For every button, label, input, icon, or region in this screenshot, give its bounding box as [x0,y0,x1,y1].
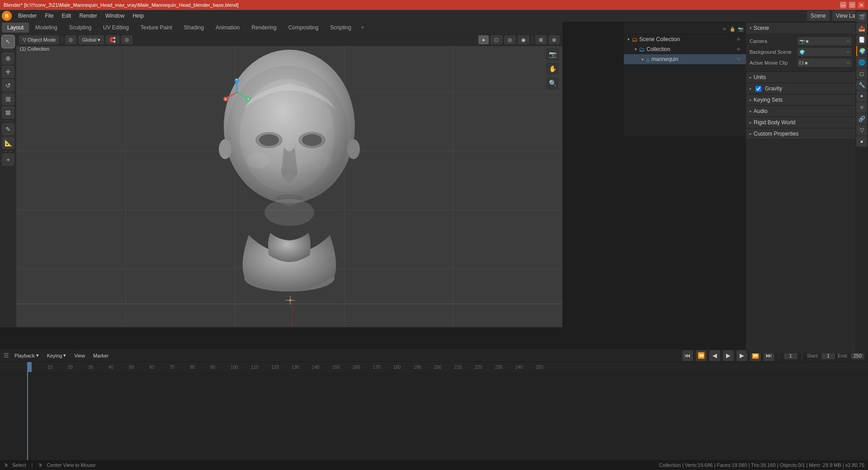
outliner-item-scene-collection[interactable]: ▾ 🗂 Scene Collection 👁 [624,34,746,44]
background-scene-value[interactable]: 🌍 ✏ [797,48,852,56]
tab-modeling[interactable]: Modeling [30,23,63,33]
timeline-view-menu[interactable]: View [71,352,88,359]
units-arrow-icon: ▸ [750,75,752,80]
outliner-sel-icon[interactable]: 🔒 [730,27,735,32]
menu-render[interactable]: Render [75,11,100,21]
props-physics-button[interactable]: ⚛ [856,102,867,113]
tab-rendering[interactable]: Rendering [246,23,282,33]
props-world-button[interactable]: 🌐 [856,57,867,68]
jump-back-button[interactable]: ⏪ [696,350,707,361]
gizmo-button[interactable]: ⊗ [548,35,560,44]
global-button[interactable]: Global ▾ [78,35,104,44]
tool-transform[interactable]: ⊠ [2,106,14,119]
custom-props-section-header[interactable]: ▸ Custom Properties [746,128,855,139]
tab-shading[interactable]: Shading [179,23,209,33]
outliner-item-collection[interactable]: ▾ 🗂 Collection 👁 [624,44,746,54]
tool-move[interactable]: ✛ [2,66,14,78]
tool-cursor[interactable]: ⊕ [2,52,14,65]
props-data-button[interactable]: ▽ [856,125,867,136]
tab-uv-editing[interactable]: UV Editing [98,23,134,33]
props-output-button[interactable]: 📤 [856,23,867,34]
timeline-keying-menu[interactable]: Keying ▾ [44,352,69,359]
viewport-search-button[interactable]: 🔍 [546,77,559,89]
audio-section-header[interactable]: ▸ Audio [746,106,855,117]
camera-row: Camera 📷 ■ ✏ [750,36,852,46]
props-scene-button[interactable]: 🌍 [856,46,867,56]
status-center: Center View to Mouse [47,462,95,468]
props-particles-button[interactable]: ✦ [856,91,867,102]
viewport-shading-render[interactable]: ◎ [504,35,516,44]
tool-rotate[interactable]: ↺ [2,79,14,92]
frame-mark-70: 70 [170,365,175,370]
menu-window[interactable]: Window [102,11,128,21]
play-button[interactable]: ▶ [723,350,734,361]
collection-label: (1) Collection [20,45,58,53]
end-label: End: [838,353,848,358]
timeline-track[interactable] [0,372,868,462]
active-movie-clip-value[interactable]: 🎞 ■ ✏ [797,59,852,67]
tool-add[interactable]: + [2,153,14,166]
viewport-hand-button[interactable]: ✋ [546,62,559,75]
outliner-vis-icon[interactable]: 👁 [722,27,727,32]
tool-select[interactable]: ↖ [2,35,14,48]
jump-to-start-button[interactable]: ⏮ [682,350,693,361]
viewport[interactable]: User Perspective (1) Collection Z Y X 📷 … [16,33,562,327]
tool-scale[interactable]: ⊞ [2,93,14,105]
pivot-button[interactable]: ⊙ [65,35,76,44]
visibility-icon-2[interactable]: 👁 [735,46,742,53]
maximize-button[interactable]: □ [849,2,855,8]
viewport-camera-button[interactable]: 📷 [546,48,559,61]
snap-button[interactable]: 🧲 [106,35,119,44]
viewport-shading-material[interactable]: ◉ [518,35,529,44]
viewport-shading-wireframe[interactable]: ⬡ [491,35,502,44]
tab-animation[interactable]: Animation [210,23,245,33]
menu-file[interactable]: File [41,11,57,21]
frame-mark-200: 200 [434,365,442,370]
tab-layout[interactable]: Layout [2,23,29,33]
props-modifier-button[interactable]: 🔧 [856,80,867,90]
timeline-marker-menu[interactable]: Marker [90,352,111,359]
props-object-button[interactable]: ◻ [856,68,867,79]
scene-selector[interactable]: Scene [807,11,830,21]
gravity-section-header[interactable]: ▸ Gravity [746,83,855,94]
close-button[interactable]: ✕ [858,2,864,8]
menu-help[interactable]: Help [129,11,147,21]
minimize-button[interactable]: — [840,2,846,8]
viewport-mode-button[interactable]: ▽ Object Mode [19,35,59,44]
tab-scripting[interactable]: Scripting [325,23,357,33]
tab-sculpting[interactable]: Sculpting [64,23,97,33]
tab-compositing[interactable]: Compositing [283,23,324,33]
visibility-icon[interactable]: 👁 [735,36,742,43]
props-render-button[interactable]: 🎬 [856,12,867,23]
visibility-icon-3[interactable]: 👁 [735,56,742,63]
rigid-body-section-header[interactable]: ▸ Rigid Body World [746,117,855,128]
tab-texture-paint[interactable]: Texture Paint [135,23,178,33]
start-label: Start: [807,353,819,358]
proportional-button[interactable]: ⊙ [121,35,132,44]
frame-mark-30: 30 [88,365,93,370]
props-view-layer-button[interactable]: 📑 [856,34,867,45]
props-constraints-button[interactable]: 🔗 [856,113,867,124]
axis-gizmo[interactable]: Z Y X [223,79,250,106]
outliner-item-mannequin[interactable]: ▸ △ mannequin 👁 [624,54,746,64]
menu-edit[interactable]: Edit [58,11,75,21]
tool-measure[interactable]: 📐 [2,136,14,149]
frame-mark-20: 20 [68,365,73,370]
gravity-checkbox[interactable] [755,86,761,92]
timeline-playback-menu[interactable]: Playback ▾ [12,352,42,359]
scene-section-header[interactable]: ▾ Scene [746,23,855,33]
camera-value[interactable]: 📷 ■ ✏ [797,37,852,45]
overlay-button[interactable]: ⊞ [535,35,547,44]
units-section-header[interactable]: ▸ Units [746,72,855,83]
menu-blender[interactable]: Blender [14,11,40,21]
collection-icon-2: 🗂 [639,46,645,53]
toolbar-separator-2 [4,121,13,121]
viewport-shading-solid[interactable]: ● [478,35,489,44]
step-back-button[interactable]: ◀ [709,350,720,361]
svg-point-11 [246,152,269,169]
add-workspace-button[interactable]: + [358,23,368,33]
outliner-render-icon[interactable]: 📷 [738,27,743,32]
tool-annotate[interactable]: ✎ [2,123,14,136]
keying-sets-section-header[interactable]: ▸ Keying Sets [746,94,855,105]
props-material-button[interactable]: ● [856,136,867,147]
